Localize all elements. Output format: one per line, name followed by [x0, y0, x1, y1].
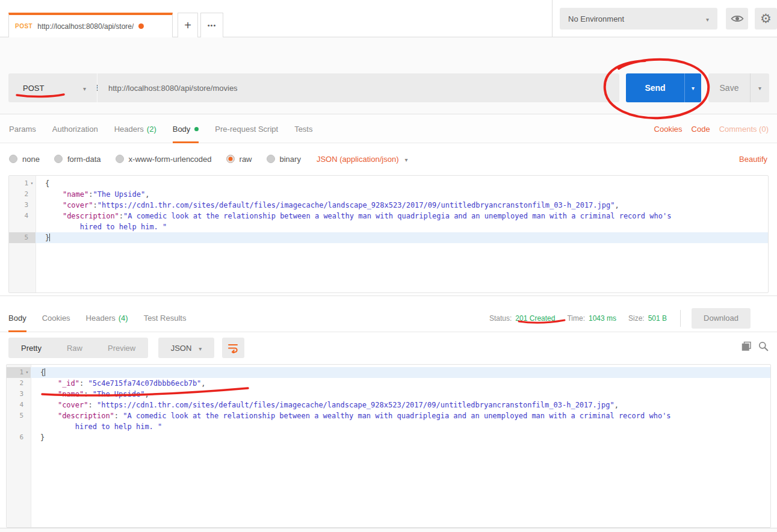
ellipsis-icon: •••	[208, 22, 217, 29]
time-value: 1043 ms	[589, 314, 616, 323]
content-type-select[interactable]: JSON (application/json)	[317, 155, 408, 164]
body-type-radio-binary[interactable]: binary	[267, 155, 301, 164]
response-tab-item-test-results[interactable]: Test Results	[144, 304, 187, 332]
body-type-radio-raw[interactable]: raw	[226, 155, 252, 164]
environment-preview-button[interactable]	[726, 8, 748, 29]
request-tab-item-tests[interactable]: Tests	[294, 114, 312, 143]
request-tab-item-body[interactable]: Body	[173, 114, 199, 143]
eye-icon	[731, 14, 744, 23]
send-button[interactable]: Send	[626, 73, 701, 102]
size-label: Size:	[628, 314, 645, 323]
save-button[interactable]: Save	[708, 73, 769, 102]
body-type-radio-x-www-form-urlencoded[interactable]: x-www-form-urlencoded	[116, 155, 212, 164]
view-option-pretty[interactable]: Pretty	[8, 338, 54, 358]
download-button[interactable]: Download	[692, 308, 751, 329]
content-type-label: JSON (application/json)	[317, 155, 399, 164]
plus-icon: +	[184, 19, 191, 32]
wrap-lines-button[interactable]	[222, 338, 244, 358]
wrap-lines-icon	[228, 342, 239, 353]
beautify-link[interactable]: Beautify	[739, 143, 767, 175]
code-line: 3 "cover":"https://cdn1.thr.com/sites/de…	[9, 200, 768, 211]
radio-group: none form-data x-www-form-urlencoded raw	[9, 155, 301, 164]
response-toolbar: Pretty Raw Preview JSON	[0, 332, 777, 364]
response-format-select[interactable]: JSON	[158, 338, 214, 358]
status-label: Status:	[489, 314, 512, 323]
response-tabs-bar: Body Cookies Headers (4) Test Results St…	[0, 304, 777, 332]
chevron-down-icon	[83, 84, 86, 93]
more-tabs-button[interactable]: •••	[200, 13, 223, 37]
copy-icon	[741, 341, 752, 351]
body-type-radios: none form-data x-www-form-urlencoded raw	[9, 143, 408, 175]
size-value: 501 B	[648, 314, 667, 323]
search-response-button[interactable]	[758, 341, 769, 354]
settings-button[interactable]: ⚙	[755, 8, 777, 29]
save-label: Save	[708, 73, 750, 102]
request-tabs-bar: Params Authorization Headers (2) Body	[0, 114, 777, 143]
radio-icon	[54, 155, 63, 163]
response-meta: Status: 201 Created Time: 1043 ms Size: …	[489, 304, 751, 332]
method-select[interactable]: POST	[8, 73, 97, 102]
environment-select[interactable]: No Environment	[560, 8, 717, 29]
method-value: POST	[23, 84, 44, 93]
code-line: 1▾{	[9, 178, 768, 189]
code-line: 5 "description": "A comedic look at the …	[7, 410, 770, 421]
body-type-radio-none[interactable]: none	[9, 155, 40, 164]
code-line: 4 "description":"A comedic look at the r…	[9, 211, 768, 221]
new-tab-button[interactable]: +	[178, 13, 198, 37]
request-tab-item-params[interactable]: Params	[9, 114, 36, 143]
code-line: hired to help him. "	[9, 221, 768, 232]
status-value: 201 Created	[515, 314, 555, 323]
header-link-comments-0[interactable]: Comments (0)	[719, 125, 769, 134]
header-divider	[552, 0, 553, 37]
chevron-down-icon	[404, 155, 407, 164]
unsaved-dot-icon	[138, 23, 144, 29]
view-option-raw[interactable]: Raw	[54, 338, 95, 358]
request-tab-item-authorization[interactable]: Authorization	[52, 114, 98, 143]
code-line: 1▾{	[7, 367, 770, 378]
radio-icon	[9, 155, 17, 163]
chevron-down-icon	[706, 14, 709, 23]
response-body-editor[interactable]: 1▾{2 "_id": "5c4e715fa74c07dbbb6ecb7b",3…	[6, 364, 771, 528]
radio-icon	[226, 155, 235, 163]
response-tab-item-headers[interactable]: Headers (4)	[86, 304, 128, 332]
body-type-row: none form-data x-www-form-urlencoded raw	[0, 143, 777, 175]
response-tab-item-cookies[interactable]: Cookies	[42, 304, 70, 332]
response-tab-item-body[interactable]: Body	[8, 304, 26, 332]
response-view-switch: Pretty Raw Preview	[8, 338, 148, 358]
send-options-button[interactable]	[684, 73, 701, 102]
url-input[interactable]	[98, 73, 619, 102]
request-links: Cookies Code Comments (0)	[654, 114, 769, 143]
time-label: Time:	[567, 314, 585, 323]
header-link-cookies[interactable]: Cookies	[654, 125, 683, 134]
code-line: hired to help him. "	[7, 421, 770, 432]
search-icon	[758, 341, 769, 351]
fold-caret-icon[interactable]: ▾	[28, 178, 36, 189]
code-line: 5}	[9, 232, 768, 243]
tab-method-label: POST	[15, 23, 33, 29]
format-label: JSON	[171, 344, 192, 353]
radio-icon	[116, 155, 124, 163]
app-header: POST http://localhost:8080/api/store/ + …	[0, 0, 777, 37]
request-body-editor[interactable]: 1▾{2 "name":"The Upside",3 "cover":"http…	[8, 175, 769, 293]
code-line: 4 "cover": "https://cdn1.thr.com/sites/d…	[7, 400, 770, 410]
radio-icon	[267, 155, 275, 163]
code-line: 2 "_id": "5c4e715fa74c07dbbb6ecb7b",	[7, 378, 770, 389]
gear-icon: ⚙	[760, 11, 772, 26]
meta-divider	[680, 310, 681, 327]
body-set-dot-icon	[194, 127, 199, 131]
view-option-preview[interactable]: Preview	[95, 338, 148, 358]
code-line: 6}	[7, 432, 770, 443]
request-tab[interactable]: POST http://localhost:8080/api/store/	[8, 13, 173, 37]
body-type-radio-form-data[interactable]: form-data	[54, 155, 101, 164]
fold-caret-icon[interactable]: ▾	[23, 367, 31, 378]
code-line: 3 "name": "The Upside",	[7, 389, 770, 400]
header-link-code[interactable]: Code	[692, 125, 710, 134]
request-tab-item-headers[interactable]: Headers (2)	[114, 114, 156, 143]
request-tabs: Params Authorization Headers (2) Body	[9, 114, 312, 143]
send-label: Send	[626, 73, 684, 102]
copy-response-button[interactable]	[741, 341, 752, 354]
bottom-scroll-track[interactable]	[0, 528, 777, 532]
code-line: 2 "name":"The Upside",	[9, 189, 768, 200]
save-options-button[interactable]	[750, 73, 769, 102]
request-tab-item-pre-request-script[interactable]: Pre-request Script	[215, 114, 278, 143]
